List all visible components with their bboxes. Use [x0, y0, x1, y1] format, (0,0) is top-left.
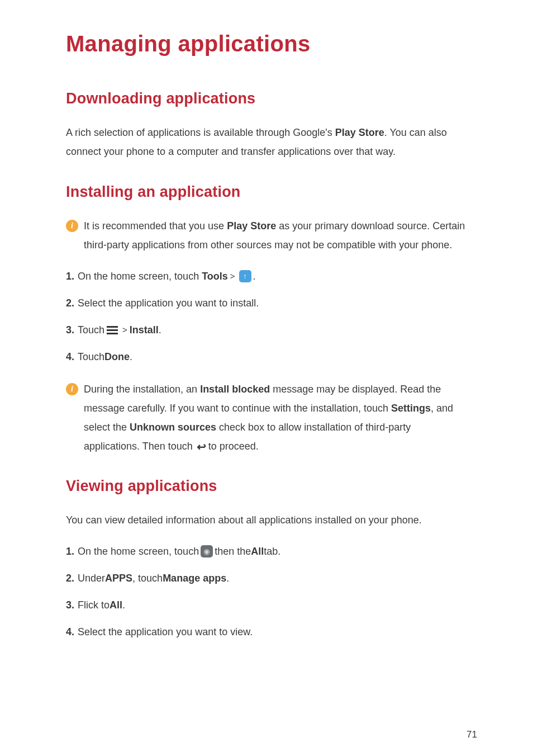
settings-app-icon: [201, 545, 213, 557]
step-4: 4. Touch Done.: [66, 347, 467, 366]
bold-all: All: [251, 542, 264, 561]
info-note-install-blocked: i During the installation, an Install bl…: [66, 380, 467, 456]
text: Select the application you want to insta…: [78, 294, 259, 313]
greater-than-icon: >: [122, 320, 127, 339]
step-1: 1. On the home screen, touch then the Al…: [66, 542, 467, 561]
step-number: 4.: [66, 622, 74, 641]
paragraph-downloading: A rich selection of applications is avai…: [66, 123, 467, 161]
back-icon: ↪: [197, 437, 206, 456]
step-3: 3. Flick to All.: [66, 596, 467, 615]
bold-unknown-sources: Unknown sources: [130, 422, 216, 433]
bold-play-store: Play Store: [227, 220, 276, 231]
note-text: It is recommended that you use Play Stor…: [78, 216, 467, 254]
info-note-play-store: i It is recommended that you use Play St…: [66, 216, 467, 254]
step-number: 2.: [66, 294, 74, 313]
steps-install: 1. On the home screen, touch Tools > . 2…: [66, 267, 467, 366]
text: .: [159, 320, 161, 339]
step-2: 2. Under APPS , touch Manage apps.: [66, 569, 467, 588]
bold-settings: Settings: [391, 403, 431, 414]
text: On the home screen, touch: [78, 267, 199, 286]
text: It is recommended that you use: [84, 220, 227, 231]
bold-install: Install: [130, 320, 159, 339]
text: A rich selection of applications is avai…: [66, 127, 335, 138]
bold-play-store: Play Store: [335, 127, 384, 138]
page-number: 71: [467, 729, 477, 740]
greater-than-icon: >: [230, 267, 235, 286]
paragraph-viewing: You can view detailed information about …: [66, 511, 467, 530]
section-heading-viewing: Viewing applications: [66, 478, 467, 495]
text: then the: [215, 542, 251, 561]
step-number: 1.: [66, 267, 74, 286]
steps-view: 1. On the home screen, touch then the Al…: [66, 542, 467, 641]
files-app-icon: [239, 270, 251, 282]
bold-done: Done: [104, 347, 130, 366]
bold-all: All: [110, 596, 122, 615]
bold-manage-apps: Manage apps: [163, 569, 226, 588]
section-heading-installing: Installing an application: [66, 183, 467, 201]
step-number: 1.: [66, 542, 74, 561]
text: tab.: [264, 542, 280, 561]
note-text: During the installation, an Install bloc…: [78, 380, 467, 456]
step-number: 3.: [66, 320, 74, 339]
step-3: 3. Touch > Install.: [66, 320, 467, 339]
text: Touch: [78, 320, 104, 339]
text: .: [130, 347, 132, 366]
text: During the installation, an: [84, 384, 200, 395]
info-icon: i: [66, 383, 78, 395]
document-page: Managing applications Downloading applic…: [0, 0, 533, 756]
info-icon: i: [66, 220, 78, 232]
text: Select the application you want to view.: [78, 622, 253, 641]
text: to proceed.: [208, 441, 259, 452]
page-title: Managing applications: [66, 31, 467, 56]
text: Under: [78, 569, 105, 588]
text: Flick to: [78, 596, 110, 615]
bold-install-blocked: Install blocked: [200, 384, 270, 395]
step-number: 3.: [66, 596, 74, 615]
text: On the home screen, touch: [78, 542, 199, 561]
step-number: 2.: [66, 569, 74, 588]
step-number: 4.: [66, 347, 74, 366]
step-1: 1. On the home screen, touch Tools > .: [66, 267, 467, 286]
bold-tools: Tools: [202, 267, 228, 286]
text: .: [253, 267, 256, 286]
step-2: 2. Select the application you want to in…: [66, 294, 467, 313]
step-4: 4. Select the application you want to vi…: [66, 622, 467, 641]
section-heading-downloading: Downloading applications: [66, 90, 467, 107]
text: Touch: [78, 347, 104, 366]
text: .: [226, 569, 229, 588]
text: , touch: [132, 569, 163, 588]
bold-apps: APPS: [105, 569, 132, 588]
text: .: [122, 596, 125, 615]
menu-icon: [107, 326, 118, 334]
